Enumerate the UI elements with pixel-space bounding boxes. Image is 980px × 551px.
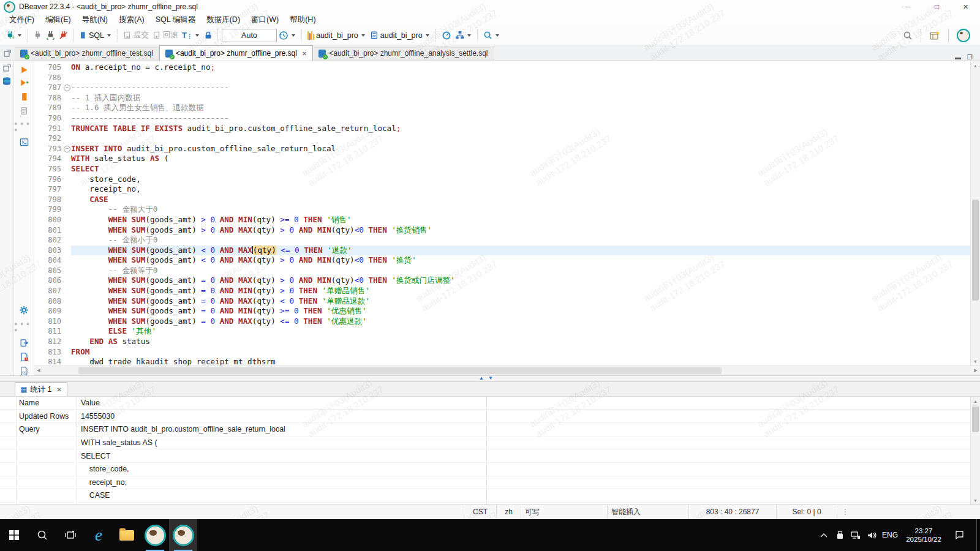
network-tray-icon[interactable] <box>848 519 864 551</box>
table-row-5[interactable]: receipt_no, <box>0 476 970 490</box>
code-area[interactable]: 785ON a.receipt_no = c.receipt_no;786787… <box>34 61 970 365</box>
editor-tab-2[interactable]: <audit_bi_pro> zhumr_offline_analysis_se… <box>313 46 494 61</box>
panel-vertical-scrollbar[interactable]: ▲ ▼ <box>970 397 980 504</box>
editor-tab-0[interactable]: <audit_bi_pro> zhumr_offline_test.sql <box>15 46 159 61</box>
table-row-7[interactable]: -- 金额大于0 <box>0 503 970 504</box>
sql-editor[interactable]: 785ON a.receipt_no = c.receipt_no;786787… <box>34 61 980 365</box>
database-navigator-icon[interactable] <box>2 77 12 86</box>
menu-item-6[interactable]: 窗口(W) <box>246 13 284 26</box>
export-result-icon[interactable] <box>20 339 29 347</box>
scroll-left-icon[interactable]: ◀ <box>34 366 43 375</box>
active-connection-select[interactable]: audit_bi_pro <box>306 30 368 41</box>
dbeaver-taskbar-button-active[interactable] <box>169 519 197 551</box>
menu-item-0[interactable]: 文件(F) <box>4 13 40 26</box>
tray-expand-button[interactable] <box>816 519 832 551</box>
sash-down-icon[interactable]: ▼ <box>488 375 493 381</box>
taskbar-clock[interactable]: 23:27 2025/10/22 <box>900 527 947 544</box>
scroll-right-icon[interactable]: ▶ <box>971 366 980 375</box>
code-line-text: WHEN SUM(goods_amt) > 0 AND MAX(qty) > 0… <box>71 225 970 236</box>
execute-new-tab-icon[interactable] <box>20 79 29 86</box>
dbeaver-taskbar-button[interactable] <box>141 519 169 551</box>
rollback-button[interactable]: 回滚 <box>151 29 180 42</box>
reconnect-button[interactable] <box>44 29 57 41</box>
fold-collapse-icon[interactable]: − <box>64 84 70 91</box>
explain-plan-icon[interactable] <box>20 107 28 115</box>
execute-script-icon[interactable] <box>20 92 28 101</box>
table-row-3[interactable]: SELECT <box>0 449 970 463</box>
close-button[interactable] <box>951 0 980 13</box>
dashboard-button[interactable] <box>440 29 453 42</box>
task-view-button[interactable] <box>56 519 85 551</box>
taskbar-search-button[interactable] <box>28 519 56 551</box>
start-button[interactable] <box>0 519 28 551</box>
close-icon[interactable]: ✕ <box>302 50 307 57</box>
commit-button[interactable]: 提交 <box>121 29 151 42</box>
statusbar-grip[interactable]: ⋮ <box>837 505 853 519</box>
minimize-button[interactable] <box>894 0 922 13</box>
disconnect-button[interactable] <box>31 29 44 41</box>
table-row-0[interactable]: Updated Rows14555030 <box>0 410 970 424</box>
restore-view-icon[interactable] <box>0 46 15 61</box>
transaction-mode-button[interactable]: T <box>180 29 202 41</box>
quick-search-icon[interactable] <box>903 31 913 40</box>
close-icon[interactable]: ✕ <box>56 386 61 393</box>
execute-statement-icon[interactable] <box>20 66 28 73</box>
er-diagram-button[interactable] <box>453 29 474 41</box>
sql-editor-button[interactable]: SQL <box>77 29 114 41</box>
template-file-icon[interactable]: (x) <box>20 367 29 375</box>
sql-console-icon[interactable] <box>20 138 29 146</box>
sash-up-icon[interactable]: ▲ <box>479 375 484 381</box>
table-row-4[interactable]: store_code, <box>0 463 970 476</box>
maximize-panel-icon[interactable]: ❒ <box>967 54 973 61</box>
volume-tray-icon[interactable] <box>864 519 880 551</box>
active-schema-select[interactable]: audit_bi_pro <box>368 29 432 41</box>
separator <box>477 29 478 42</box>
transaction-lock-button[interactable] <box>202 29 214 41</box>
autocommit-select[interactable]: Auto <box>222 29 277 42</box>
toolbar-search-button[interactable] <box>481 29 502 41</box>
menu-item-7[interactable]: 帮助(H) <box>284 13 321 26</box>
show-desktop-button[interactable] <box>976 519 980 551</box>
sash-arrows[interactable]: ▲▼ <box>479 375 493 381</box>
menu-item-5[interactable]: 数据库(D) <box>201 13 246 26</box>
table-row-6[interactable]: CASE <box>0 489 970 503</box>
new-connection-button[interactable]: + <box>4 29 24 41</box>
column-header-value[interactable]: Value <box>77 397 487 410</box>
scrollbar-thumb[interactable] <box>972 407 979 432</box>
menu-item-2[interactable]: 导航(N) <box>77 13 113 26</box>
minimize-panel-icon[interactable]: ▬ <box>955 54 961 61</box>
internet-explorer-button[interactable]: e <box>85 519 113 551</box>
menu-item-3[interactable]: 搜索(A) <box>113 13 150 26</box>
transaction-log-button[interactable] <box>277 29 298 42</box>
scrollbar-thumb[interactable] <box>972 200 979 301</box>
editor-vertical-scrollbar[interactable]: ▲ ▼ <box>970 61 980 365</box>
code-line-text: WHEN SUM(goods_amt) = 0 AND MIN(qty) >= … <box>71 306 970 317</box>
file-explorer-button[interactable] <box>113 519 141 551</box>
user-avatar-icon[interactable] <box>957 29 970 42</box>
scrollbar-thumb[interactable] <box>78 367 722 374</box>
open-perspective-icon[interactable] <box>930 31 940 40</box>
scroll-down-icon[interactable]: ▼ <box>971 357 980 365</box>
invalidate-button[interactable] <box>57 29 70 41</box>
action-center-button[interactable] <box>947 519 971 551</box>
scroll-down-icon[interactable]: ▼ <box>971 496 980 504</box>
fold-collapse-icon[interactable]: − <box>64 146 70 152</box>
table-row-2[interactable]: WITH sale_status AS ( <box>0 437 970 450</box>
tab-statistics[interactable]: ▦ 统计 1 ✕ <box>15 382 67 396</box>
editor-horizontal-scrollbar[interactable]: ◀ ▶ <box>34 365 980 375</box>
usb-tray-icon[interactable] <box>832 519 848 551</box>
table-row-1[interactable]: QueryINSERT INTO audit_bi_pro.custom_off… <box>0 423 970 437</box>
menu-item-4[interactable]: SQL 编辑器 <box>150 13 202 26</box>
save-file-alert-icon[interactable]: ! <box>20 353 29 361</box>
column-header-name[interactable]: Name <box>17 397 77 410</box>
language-indicator[interactable]: ENG <box>880 519 900 551</box>
restore-panel-icon[interactable] <box>3 64 11 72</box>
scroll-up-icon[interactable]: ▲ <box>971 61 980 70</box>
editor-results-sash[interactable]: ▲▼ <box>0 375 980 381</box>
code-line-800: 800 WHEN SUM(goods_amt) > 0 AND MIN(qty)… <box>34 215 970 225</box>
editor-tab-1[interactable]: <audit_bi_pro> zhumr_offline_pre.sql✕ <box>159 45 313 61</box>
menu-item-1[interactable]: 编辑(E) <box>40 13 77 26</box>
settings-gear-icon[interactable] <box>19 305 29 315</box>
scroll-up-icon[interactable]: ▲ <box>971 397 980 405</box>
maximize-button[interactable] <box>922 0 951 13</box>
